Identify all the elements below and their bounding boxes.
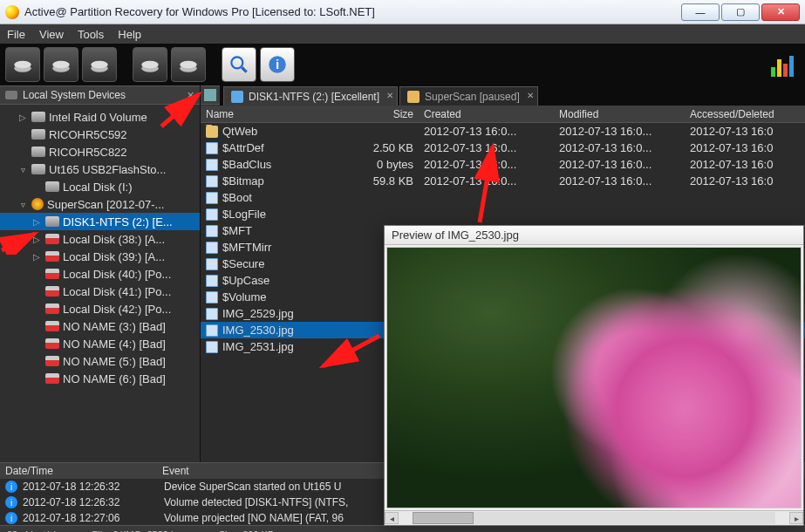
column-accessed[interactable]: Accessed/Deleted (685, 108, 805, 120)
file-row[interactable]: $AttrDef2.50 KB2012-07-13 16:0...2012-07… (201, 140, 805, 156)
info-icon: i (5, 496, 17, 508)
file-row[interactable]: QtWeb2012-07-13 16:0...2012-07-13 16:0..… (201, 123, 805, 140)
log-column-datetime[interactable]: Date/Time (0, 465, 157, 477)
cell-accessed: 2012-07-13 16:0 (685, 158, 805, 171)
close-button[interactable]: ✕ (761, 3, 800, 21)
drive-icon (45, 338, 59, 349)
tree-item-label: NO NAME (3:) [Bad] (63, 320, 166, 333)
tree-item[interactable]: ▿Ut165 USB2FlashSto... (0, 160, 200, 178)
tree-item[interactable]: ▷Local Disk (38:) [A... (0, 230, 200, 248)
minimize-button[interactable]: — (681, 3, 720, 21)
tree-item-label: RICOHR5C592 (49, 128, 127, 141)
tree-item[interactable]: NO NAME (3:) [Bad] (0, 317, 200, 335)
file-icon (206, 175, 218, 188)
file-name: $Bitmap (222, 174, 264, 188)
tree-item[interactable]: Local Disk (41:) [Po... (0, 283, 200, 300)
column-modified[interactable]: Modified (554, 108, 685, 120)
tree-item[interactable]: ▷DISK1-NTFS (2:) [E... (0, 213, 200, 230)
menu-help[interactable]: Help (118, 28, 141, 41)
tab-close-1[interactable]: ✕ (386, 91, 393, 100)
toolbar-info-button[interactable]: i (260, 47, 295, 82)
cell-size: 2.50 KB (358, 141, 419, 154)
tree-item-label: Local Disk (41:) [Po... (63, 285, 171, 298)
list-view-icon[interactable] (204, 89, 216, 101)
toolbar: i (0, 44, 805, 85)
toolbar-button-3[interactable] (82, 47, 117, 82)
menu-view[interactable]: View (39, 28, 64, 41)
file-list-header[interactable]: Name Size Created Modified Accessed/Dele… (201, 106, 805, 123)
tree-item[interactable]: RICOHR5C822 (0, 143, 200, 160)
scroll-right-button[interactable]: ▸ (789, 512, 803, 524)
drive-icon (45, 251, 59, 262)
status-size: Size: 809 KB (219, 529, 275, 533)
file-row[interactable]: $Bitmap59.8 KB2012-07-13 16:0...2012-07-… (201, 173, 805, 189)
svg-point-3 (52, 61, 70, 69)
tab-close-2[interactable]: ✕ (527, 91, 534, 100)
tree-item[interactable]: RICOHR5C592 (0, 126, 200, 143)
expand-arrow-icon[interactable]: ▷ (31, 217, 42, 227)
title-bar: Active@ Partition Recovery for Windows P… (0, 0, 805, 24)
devices-icon (5, 91, 17, 99)
file-row[interactable]: $LogFile (201, 206, 805, 222)
cell-size: 59.8 KB (358, 174, 419, 188)
scroll-track[interactable] (413, 512, 775, 524)
expand-arrow-icon[interactable]: ▷ (17, 113, 28, 122)
tree-item-label: SuperScan [2012-07-... (47, 198, 164, 211)
file-icon (206, 324, 218, 337)
toolbar-button-5[interactable] (171, 47, 206, 82)
column-name[interactable]: Name (201, 108, 358, 120)
expand-arrow-icon[interactable]: ▷ (31, 235, 42, 244)
sidebar-close-icon[interactable]: ✕ (187, 90, 194, 101)
tree-item[interactable]: NO NAME (5:) [Bad] (0, 352, 200, 370)
file-icon (206, 208, 218, 221)
tree-item-label: Local Disk (39:) [A... (63, 250, 165, 263)
cell-accessed: 2012-07-13 16:0 (685, 174, 805, 188)
menu-file[interactable]: File (7, 28, 25, 41)
drive-icon (45, 269, 59, 279)
sidebar-header-label: Local System Devices (23, 89, 126, 101)
drive-icon (45, 373, 59, 384)
tree-item[interactable]: ▷Local Disk (39:) [A... (0, 248, 200, 265)
tree-item-label: Ut165 USB2FlashSto... (49, 163, 166, 176)
menu-tools[interactable]: Tools (78, 28, 104, 41)
log-column-event[interactable]: Event (157, 465, 194, 477)
tree-item[interactable]: ▷Intel Raid 0 Volume (0, 108, 200, 126)
tab-superscan[interactable]: SuperScan [paused] ✕ (399, 86, 538, 106)
tab-disk1-ntfs[interactable]: DISK1-NTFS (2:) [Excellent] ✕ (223, 86, 398, 106)
status-objects: 23 object(s) (7, 529, 57, 533)
tree-item[interactable]: Local Disk (42:) [Po... (0, 300, 200, 317)
toolbar-button-2[interactable] (44, 47, 78, 82)
expand-arrow-icon[interactable]: ▷ (31, 252, 42, 262)
svg-point-5 (91, 61, 108, 69)
cell-created: 2012-07-13 16:0... (419, 125, 554, 138)
file-name: $UpCase (222, 274, 269, 287)
preview-window[interactable]: Preview of IMG_2530.jpg ◂ ▸ (384, 225, 804, 526)
tree-item[interactable]: Local Disk (40:) [Po... (0, 265, 200, 283)
tree-item[interactable]: NO NAME (4:) [Bad] (0, 335, 200, 352)
column-created[interactable]: Created (419, 108, 554, 120)
file-icon (206, 341, 218, 353)
file-row[interactable]: $Boot (201, 189, 805, 206)
expand-arrow-icon[interactable]: ▿ (17, 165, 28, 174)
scroll-left-button[interactable]: ◂ (385, 512, 399, 524)
tree-item[interactable]: ▿SuperScan [2012-07-... (0, 195, 200, 213)
tree-item[interactable]: Local Disk (I:) (0, 178, 200, 195)
tree-item[interactable]: NO NAME (6:) [Bad] (0, 370, 200, 387)
file-name: $MFT (222, 224, 252, 237)
preview-scrollbar[interactable]: ◂ ▸ (385, 510, 803, 525)
drive-icon (31, 129, 45, 140)
maximize-button[interactable]: ▢ (721, 3, 760, 21)
file-row[interactable]: $BadClus0 bytes2012-07-13 16:0...2012-07… (201, 156, 805, 173)
toolbar-button-1[interactable] (5, 47, 40, 82)
preview-image (386, 247, 802, 508)
column-size[interactable]: Size (358, 108, 419, 120)
toolbar-search-button[interactable] (222, 47, 256, 82)
file-name: IMG_2529.jpg (222, 307, 294, 320)
expand-arrow-icon[interactable]: ▿ (17, 200, 28, 209)
scroll-thumb[interactable] (413, 512, 474, 524)
cell-modified: 2012-07-13 16:0... (554, 158, 685, 171)
file-name: QtWeb (222, 125, 257, 138)
toolbar-chart-icon[interactable] (765, 47, 800, 82)
device-tree[interactable]: ▷Intel Raid 0 VolumeRICOHR5C592RICOHR5C8… (0, 105, 200, 462)
toolbar-button-4[interactable] (133, 47, 167, 82)
